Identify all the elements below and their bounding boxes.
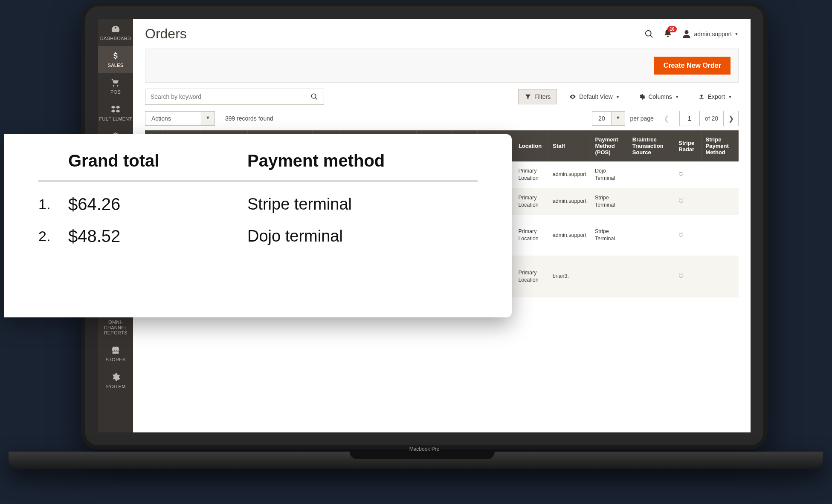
sidebar-item-label: OMNI-CHANNEL REPORTS	[98, 320, 133, 335]
user-menu[interactable]: admin.support ▼	[682, 29, 739, 39]
next-page-button[interactable]: ❯	[723, 111, 739, 126]
cell: admin.support	[548, 161, 591, 188]
sidebar-item-label: SYSTEM	[104, 384, 127, 389]
overlay-head-payment-method: Payment method	[247, 151, 385, 170]
create-order-button[interactable]: Create New Order	[654, 57, 731, 75]
page-input[interactable]	[679, 111, 700, 126]
overlay-row-method: Stripe terminal	[247, 195, 352, 213]
notification-badge: 16	[667, 26, 676, 32]
search-icon[interactable]	[644, 29, 654, 39]
column-header[interactable]: Braintree Transaction Source	[628, 130, 674, 161]
cell	[628, 215, 674, 256]
grid-toolbar: Filters Default View ▼ Columns ▼ Export …	[145, 89, 739, 105]
column-header[interactable]: Stripe Radar	[674, 130, 701, 161]
cell	[701, 256, 738, 297]
cell: 🛡	[674, 256, 701, 297]
cell: 🛡	[674, 215, 701, 256]
overlay-row-num: 1.	[38, 196, 68, 213]
filters-button[interactable]: Filters	[518, 89, 557, 104]
dropbox-icon	[111, 105, 120, 114]
dropdown-label: Actions	[145, 112, 201, 125]
column-header[interactable]: Staff	[548, 130, 591, 161]
column-header[interactable]: Location	[514, 130, 548, 161]
tool-label: Export	[708, 93, 725, 100]
search-input[interactable]	[145, 89, 305, 104]
cell	[628, 256, 674, 297]
sidebar-item-sales[interactable]: SALES	[98, 46, 133, 73]
overlay-header: Grand total Payment method	[38, 151, 478, 170]
default-view-button[interactable]: Default View ▼	[563, 89, 626, 104]
action-bar: Create New Order	[145, 49, 739, 83]
cell: brian3.	[548, 256, 591, 297]
cell	[701, 215, 738, 256]
shield-icon: 🛡	[678, 273, 684, 279]
gear-icon	[111, 372, 120, 382]
shield-icon: 🛡	[678, 232, 684, 238]
funnel-icon	[525, 93, 531, 100]
search-button[interactable]	[305, 89, 324, 104]
page-title: Orders	[145, 26, 187, 42]
sidebar-item-label: POS	[109, 89, 122, 95]
overlay-row-total: $48.52	[68, 227, 247, 246]
cell	[628, 188, 674, 215]
sidebar-item-stores[interactable]: STORES	[98, 340, 133, 367]
per-page-value: 20	[592, 112, 611, 125]
sidebar-item-label: FULFILLMENT	[98, 116, 134, 121]
gauge-icon	[111, 24, 120, 34]
columns-button[interactable]: Columns ▼	[632, 89, 685, 104]
cell: Primary Location	[514, 188, 548, 215]
overlay-row-total: $64.26	[68, 195, 247, 214]
gear-icon	[638, 93, 645, 100]
chevron-down-icon: ▼	[201, 112, 215, 125]
cell: Dojo Terminal	[591, 161, 628, 188]
topline: Orders 16 admin.support ▼	[133, 19, 751, 45]
shield-icon: 🛡	[678, 171, 684, 177]
cell: 🛡	[674, 188, 701, 215]
notifications-button[interactable]: 16	[663, 29, 673, 40]
tool-label: Columns	[648, 93, 672, 100]
column-header[interactable]: Stripe Payment Method	[701, 130, 738, 161]
overlay-divider	[38, 180, 478, 182]
export-button[interactable]: Export ▼	[692, 89, 739, 104]
cell: admin.support	[548, 215, 591, 256]
per-page-dropdown[interactable]: 20 ▼	[592, 111, 625, 126]
chevron-down-icon: ▼	[734, 32, 739, 36]
upload-icon	[698, 93, 705, 100]
overlay-row-method: Dojo terminal	[247, 227, 343, 245]
tool-label: Filters	[534, 93, 551, 100]
shield-icon: 🛡	[678, 198, 684, 204]
chevron-down-icon: ▼	[675, 95, 679, 99]
cell	[701, 161, 738, 188]
store-icon	[111, 346, 120, 355]
topline-right: 16 admin.support ▼	[644, 29, 739, 40]
actions-dropdown[interactable]: Actions ▼	[145, 111, 215, 126]
cart-icon	[111, 78, 120, 87]
sidebar-item-pos[interactable]: POS	[98, 73, 133, 100]
device-label: Macbook Pro	[85, 446, 763, 452]
search-icon	[310, 93, 318, 101]
sidebar-item-dashboard[interactable]: DASHBOARD	[98, 19, 133, 46]
overlay-row: 2.$48.52Dojo terminal	[38, 227, 478, 246]
laptop-notch	[350, 452, 495, 459]
list-nav: Actions ▼ 399 records found 20 ▼ per pag…	[145, 111, 739, 126]
cell: Stripe Terminal	[591, 215, 628, 256]
cell	[591, 256, 628, 297]
page-total: of 20	[705, 115, 718, 122]
search-box	[145, 89, 324, 105]
sidebar-item-label: SALES	[106, 63, 125, 68]
records-found: 399 records found	[225, 115, 273, 122]
chevron-down-icon: ▼	[611, 112, 625, 125]
cell	[701, 188, 738, 215]
sidebar-item-fulfillment[interactable]: FULFILLMENT	[98, 100, 133, 127]
column-header[interactable]: Payment Method (POS)	[591, 130, 628, 161]
per-page-label: per page	[630, 115, 654, 122]
overlay-summary-card: Grand total Payment method 1.$64.26Strip…	[4, 134, 512, 317]
overlay-row-num: 2.	[38, 228, 68, 245]
prev-page-button[interactable]: ❮	[659, 111, 674, 126]
sidebar-item-label: DASHBOARD	[99, 36, 133, 41]
chevron-down-icon: ▼	[616, 95, 620, 99]
sidebar-item-system[interactable]: SYSTEM	[98, 367, 133, 394]
eye-icon	[569, 93, 576, 100]
dollar-icon	[111, 51, 120, 60]
cell: Primary Location	[514, 161, 548, 188]
